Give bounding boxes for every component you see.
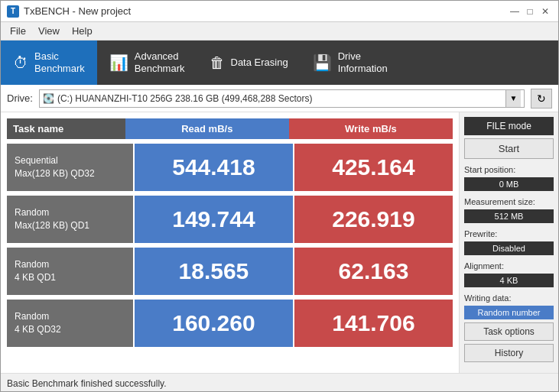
prewrite-label: Prewrite:	[464, 229, 554, 238]
writing-data-label: Writing data:	[464, 293, 554, 303]
table-row: SequentialMax(128 KB) QD32 544.418 425.1…	[7, 144, 453, 191]
history-button[interactable]: History	[464, 344, 554, 362]
read-value-2: 18.565	[135, 248, 293, 295]
start-position-label: Start position:	[464, 165, 554, 174]
drive-selector[interactable]: 💽 (C:) HUANANZHI-T10 256G 238.16 GB (499…	[39, 89, 525, 108]
window-title: TxBENCH - New project	[24, 5, 131, 17]
close-button[interactable]: ✕	[538, 5, 552, 18]
status-bar: Basic Benchmark finished successfully.	[1, 373, 558, 392]
drive-refresh-button[interactable]: ↻	[531, 89, 552, 109]
table-row: RandomMax(128 KB) QD1 149.744 226.919	[7, 196, 453, 243]
drive-icon: 💽	[43, 93, 54, 104]
toolbar-advanced-benchmark[interactable]: 📊 Advanced Benchmark	[97, 40, 197, 85]
toolbar-basic-benchmark[interactable]: ⏱ Basic Benchmark	[1, 40, 97, 85]
menu-bar: File View Help	[1, 22, 558, 40]
drive-dropdown-arrow[interactable]: ▼	[505, 90, 521, 107]
basic-benchmark-label-2: Benchmark	[34, 63, 85, 75]
start-position-value: 0 MB	[464, 177, 554, 191]
write-value-3: 141.706	[294, 300, 453, 347]
alignment-label: Alignment:	[464, 261, 554, 271]
right-panel: FILE mode Start Start position: 0 MB Mea…	[459, 112, 558, 373]
header-task: Task name	[7, 118, 125, 139]
menu-view[interactable]: View	[32, 24, 66, 38]
measurement-size-value: 512 MB	[464, 209, 554, 223]
drive-label: Drive:	[7, 92, 33, 104]
menu-file[interactable]: File	[4, 24, 32, 38]
task-options-button[interactable]: Task options	[464, 322, 554, 341]
start-button[interactable]: Start	[464, 138, 554, 159]
drive-information-icon: 💾	[313, 53, 332, 72]
basic-benchmark-label-1: Basic	[34, 50, 59, 63]
advanced-benchmark-label-2: Benchmark	[135, 63, 185, 75]
toolbar-data-erasing[interactable]: 🗑 Data Erasing	[197, 40, 301, 85]
task-name-3: Random4 KB QD32	[7, 300, 133, 347]
toolbar-drive-information[interactable]: 💾 Drive Information	[301, 40, 400, 85]
table-row: Random4 KB QD1 18.565 62.163	[7, 248, 453, 295]
drive-information-label-2: Information	[338, 63, 388, 75]
header-write: Write mB/s	[289, 118, 453, 139]
main-area: Task name Read mB/s Write mB/s Sequentia…	[1, 112, 558, 373]
menu-help[interactable]: Help	[66, 24, 99, 38]
writing-data-value: Random number	[464, 306, 554, 319]
prewrite-value: Disabled	[464, 241, 554, 255]
table-header: Task name Read mB/s Write mB/s	[7, 118, 453, 139]
data-erasing-label: Data Erasing	[231, 57, 288, 69]
basic-benchmark-icon: ⏱	[13, 54, 28, 72]
minimize-button[interactable]: —	[508, 5, 522, 18]
header-read: Read mB/s	[125, 118, 289, 139]
advanced-benchmark-icon: 📊	[109, 53, 128, 72]
window-controls: — □ ✕	[508, 5, 552, 18]
maximize-button[interactable]: □	[523, 5, 537, 18]
drive-text: (C:) HUANANZHI-T10 256G 238.16 GB (499,4…	[57, 93, 312, 104]
table-row: Random4 KB QD32 160.260 141.706	[7, 300, 453, 347]
title-bar: T TxBENCH - New project — □ ✕	[1, 1, 558, 22]
refresh-icon: ↻	[537, 92, 546, 105]
measurement-size-label: Measurement size:	[464, 197, 554, 206]
title-bar-left: T TxBENCH - New project	[7, 5, 131, 18]
drive-bar: Drive: 💽 (C:) HUANANZHI-T10 256G 238.16 …	[1, 85, 558, 112]
drive-information-label-1: Drive	[338, 50, 361, 63]
read-value-3: 160.260	[135, 300, 293, 347]
write-value-1: 226.919	[294, 196, 453, 243]
write-value-0: 425.164	[294, 144, 453, 191]
read-value-0: 544.418	[135, 144, 293, 191]
file-mode-button[interactable]: FILE mode	[464, 117, 554, 135]
task-name-1: RandomMax(128 KB) QD1	[7, 196, 133, 243]
app-icon: T	[7, 5, 19, 18]
benchmark-table: Task name Read mB/s Write mB/s Sequentia…	[1, 112, 459, 373]
data-erasing-icon: 🗑	[210, 54, 225, 72]
alignment-value: 4 KB	[464, 274, 554, 287]
task-name-0: SequentialMax(128 KB) QD32	[7, 144, 133, 191]
status-text: Basic Benchmark finished successfully.	[7, 378, 167, 389]
write-value-2: 62.163	[294, 248, 453, 295]
advanced-benchmark-label-1: Advanced	[135, 50, 179, 63]
toolbar: ⏱ Basic Benchmark 📊 Advanced Benchmark 🗑…	[1, 40, 558, 85]
task-name-2: Random4 KB QD1	[7, 248, 133, 295]
read-value-1: 149.744	[135, 196, 293, 243]
